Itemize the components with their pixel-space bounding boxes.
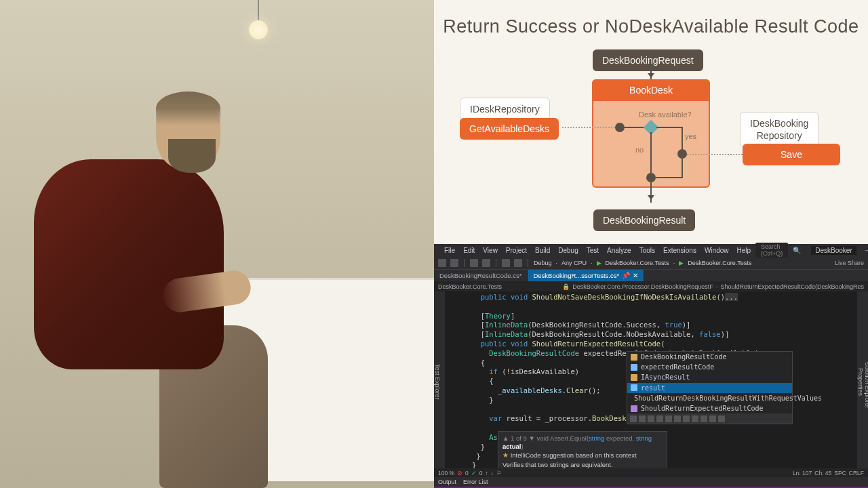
- bookdesk-box: BookDesk: [592, 79, 710, 101]
- node: [615, 123, 625, 132]
- line: [650, 132, 652, 174]
- menu-file[interactable]: File: [441, 245, 458, 256]
- breadcrumb-project[interactable]: DeskBooker.Core.Tests: [438, 283, 502, 290]
- menu-build[interactable]: Build: [532, 245, 553, 256]
- toolbar: Debug · Any CPU · ▶ DeskBooker.Core.Test…: [434, 256, 868, 270]
- menubar: File Edit View Project Build Debug Test …: [434, 244, 868, 256]
- config-dropdown[interactable]: Debug: [534, 260, 552, 266]
- error-icon[interactable]: ⊘: [457, 470, 462, 476]
- intellisense-item-label: ShouldReturnDeskBookingResultWithRequest…: [634, 394, 822, 403]
- nav-fwd-icon[interactable]: [450, 259, 458, 267]
- breadcrumb-method[interactable]: ShouldReturnExpectedResultCode(DeskBooki…: [720, 283, 864, 290]
- startup-project[interactable]: DeskBooker.Core.Tests: [606, 260, 669, 266]
- dotted-line: [562, 127, 615, 128]
- flag-icon[interactable]: ⚐: [496, 470, 502, 476]
- signature-help-popup: ▲ 1 of 9 ▼ void Assert.Equal(string expe…: [498, 431, 667, 468]
- play-icon[interactable]: ▶: [597, 260, 601, 266]
- menu-window[interactable]: Window: [701, 245, 732, 256]
- menu-project[interactable]: Project: [502, 245, 530, 256]
- intellisense-item-label: ShouldReturnExpectedResultCode: [641, 404, 764, 413]
- code-editor[interactable]: public void ShouldNotSaveDeskBookingIfNo…: [445, 291, 857, 468]
- breadcrumb: DeskBooker.Core.Tests 🔒 DeskBooker.Core.…: [434, 281, 868, 291]
- solution-name: DeskBooker: [811, 246, 856, 255]
- tab-pin-icon[interactable]: 📌: [622, 272, 630, 279]
- menu-debug[interactable]: Debug: [555, 245, 581, 256]
- liveshare-button[interactable]: Live Share: [835, 260, 864, 266]
- indent-mode[interactable]: SPC: [834, 470, 846, 476]
- breadcrumb-class[interactable]: DeskBooker.Core.Processor.DeskBookingReq…: [572, 283, 713, 290]
- mth-icon: [631, 405, 637, 412]
- line: [656, 127, 682, 128]
- nav-down-icon[interactable]: ↓: [491, 470, 494, 476]
- menu-extensions[interactable]: Extensions: [660, 245, 700, 256]
- line: [656, 177, 683, 178]
- right-sidebar-tabs[interactable]: Properties Solution Explorer: [857, 291, 868, 468]
- menu-tools[interactable]: Tools: [636, 245, 658, 256]
- node: [646, 173, 656, 182]
- ok-icon[interactable]: ✓: [471, 470, 477, 476]
- eol-mode[interactable]: CRLF: [849, 470, 864, 476]
- filter-icon[interactable]: [709, 415, 716, 422]
- bottom-panel-tabs: Output Error List: [434, 477, 868, 487]
- nav-back-icon[interactable]: [438, 259, 446, 267]
- filter-icon[interactable]: [656, 415, 663, 422]
- filter-icon[interactable]: [648, 415, 654, 422]
- intellisense-item[interactable]: result: [627, 383, 792, 393]
- filter-icon[interactable]: [718, 415, 725, 422]
- menu-help[interactable]: Help: [733, 245, 754, 256]
- tab-processor-tests[interactable]: DeskBookingR...ssorTests.cs* 📌 ✕: [528, 270, 644, 281]
- intellisense-item[interactable]: ShouldReturnDeskBookingResultWithRequest…: [627, 393, 792, 403]
- intellisense-filter-bar: [627, 413, 792, 424]
- intellisense-item[interactable]: DeskBookingResultCode: [627, 352, 792, 362]
- menu-test[interactable]: Test: [583, 245, 602, 256]
- left-sidebar-tab[interactable]: Test Explorer: [434, 291, 445, 468]
- yes-label: yes: [685, 132, 696, 140]
- search-input[interactable]: Search (Ctrl+Q): [755, 243, 788, 258]
- line: [682, 159, 683, 178]
- play-icon[interactable]: ▶: [679, 260, 684, 266]
- cls-icon: [631, 354, 637, 361]
- sig-nav[interactable]: ▲ 1 of 9 ▼: [502, 434, 535, 442]
- filter-icon[interactable]: [674, 415, 681, 422]
- filter-icon[interactable]: [630, 415, 637, 422]
- menu-view[interactable]: View: [479, 245, 501, 256]
- redo-icon[interactable]: [514, 259, 522, 267]
- minimize-icon[interactable]: ─: [862, 245, 868, 256]
- undo-icon[interactable]: [502, 259, 510, 267]
- node: [677, 149, 687, 159]
- nav-up-icon[interactable]: ↑: [486, 470, 488, 476]
- filter-icon[interactable]: [692, 415, 698, 422]
- intellisense-item[interactable]: IAsyncResult: [627, 372, 792, 382]
- dotted-line: [687, 154, 743, 155]
- intellisense-popup[interactable]: DeskBookingResultCodeexpectedResultCodeI…: [627, 351, 793, 424]
- output-tab[interactable]: Output: [438, 479, 456, 485]
- tab-close-icon[interactable]: ✕: [633, 272, 638, 279]
- repo-label: IDeskRepository: [460, 98, 550, 121]
- presenter-photo: [0, 0, 434, 488]
- tab-result-code[interactable]: DeskBookingResultCode.cs*: [434, 270, 528, 281]
- zoom-level[interactable]: 100 %: [438, 470, 454, 476]
- filter-icon[interactable]: [701, 415, 707, 422]
- menu-analyze[interactable]: Analyze: [604, 245, 635, 256]
- var-icon: [631, 384, 637, 391]
- sig-description: Verifies that two strings are equivalent…: [502, 461, 663, 468]
- platform-dropdown[interactable]: Any CPU: [561, 260, 587, 266]
- intellisense-item-label: expectedResultCode: [641, 363, 714, 371]
- request-box: DeskBookingRequest: [593, 49, 703, 71]
- intellisense-item-label: DeskBookingResultCode: [641, 352, 726, 361]
- save-icon[interactable]: [470, 259, 478, 267]
- get-desks-box: GetAvailableDesks: [460, 118, 559, 140]
- filter-icon[interactable]: [665, 415, 672, 422]
- filter-icon[interactable]: [639, 415, 646, 422]
- filter-icon[interactable]: [683, 415, 690, 422]
- intellisense-item[interactable]: expectedResultCode: [627, 362, 792, 372]
- star-icon: ★: [502, 451, 509, 459]
- visual-studio-ide: File Edit View Project Build Debug Test …: [434, 244, 868, 488]
- result-box: DeskBookingResult: [593, 209, 695, 231]
- arrow: [650, 182, 652, 203]
- startup-project-2[interactable]: DeskBooker.Core.Tests: [688, 260, 751, 266]
- intellisense-item[interactable]: ShouldReturnExpectedResultCode: [627, 403, 792, 413]
- save-all-icon[interactable]: [482, 259, 490, 267]
- menu-edit[interactable]: Edit: [460, 245, 478, 256]
- error-list-tab[interactable]: Error List: [463, 479, 488, 485]
